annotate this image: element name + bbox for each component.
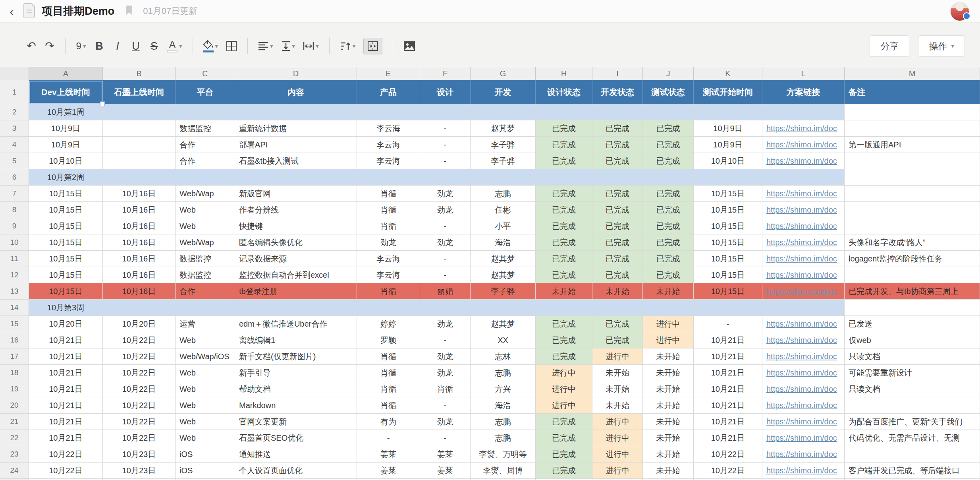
cell-s_dev[interactable]: 未开始 [592,283,643,300]
cell-dev[interactable]: 10月15日 [29,186,103,202]
cell-pm[interactable]: 李云海 [357,120,420,137]
cell-platform[interactable]: Web [176,218,235,234]
cell-shimo[interactable]: 10月22日 [103,348,176,365]
cell-remark[interactable]: 代码优化、无需产品设计、无测 [845,430,980,446]
cell-owner[interactable]: 小平 [471,218,536,234]
cell-design[interactable]: 劲龙 [420,414,471,430]
cell[interactable] [845,169,980,186]
cell-s_dev[interactable]: 未开始 [592,365,643,381]
cell[interactable] [694,300,762,316]
cell-s_dev[interactable]: 已完成 [592,234,643,251]
header-cell[interactable]: 石墨上线时间 [103,80,176,104]
cell-owner[interactable]: 志林 [471,348,536,365]
cell-link[interactable]: https://shimo.im/doc [762,446,845,463]
redo-button[interactable]: ↷ [44,41,55,52]
cell-s_dev[interactable]: 已完成 [592,202,643,218]
cell-owner[interactable]: 李子骅 [471,137,536,153]
cell-dev[interactable]: 10月22日 [29,463,103,479]
row-number[interactable]: 16 [0,332,29,348]
cell[interactable] [762,169,845,186]
cell-remark[interactable] [845,153,980,169]
cell-week-label[interactable]: 10月第3周 [29,300,103,316]
cell-link[interactable]: https://shimo.im/doc [762,153,845,169]
cell-content[interactable]: Markdown [235,397,357,414]
row-number[interactable]: 18 [0,365,29,381]
cell-s_test[interactable]: 已完成 [643,267,694,283]
cell-s_design[interactable]: 已完成 [536,120,592,137]
cell-remark[interactable]: 已发送 [845,316,980,332]
cell-s_test[interactable]: 未开始 [643,397,694,414]
cell[interactable] [643,169,694,186]
cell-content[interactable]: 官网文案更新 [235,414,357,430]
doc-link[interactable]: https://shimo.im/doc [766,189,837,198]
cell[interactable] [420,169,471,186]
row-number[interactable]: 15 [0,316,29,332]
cell-dev[interactable]: 10月21日 [29,348,103,365]
cell-shimo[interactable]: 10月16日 [103,202,176,218]
cell-remark[interactable]: 仅web [845,332,980,348]
row-number[interactable]: 13 [0,283,29,300]
cell-week-label[interactable]: 10月第2周 [29,169,103,186]
cell-content[interactable]: 快捷键 [235,218,357,234]
doc-link[interactable]: https://shimo.im/doc [766,336,837,345]
cell-pm[interactable]: 肖循 [357,186,420,202]
cell-content[interactable]: 重新统计数据 [235,120,357,137]
cell-s_design[interactable]: 已完成 [536,186,592,202]
cell[interactable] [592,169,643,186]
cell-remark[interactable]: 客户端开发已完成、等后端接口 [845,463,980,479]
row-number[interactable]: 19 [0,381,29,397]
cell-dev[interactable]: 10月15日 [29,283,103,300]
cell-shimo[interactable]: 10月22日 [103,365,176,381]
cell-test_start[interactable]: 10月9日 [694,137,762,153]
row-number[interactable]: 22 [0,430,29,446]
horizontal-align-button[interactable]: ▾ [258,41,273,51]
cell-content[interactable]: edm＋微信推送Uber合作 [235,316,357,332]
header-cell[interactable]: 方案链接 [762,80,845,104]
cell-content[interactable]: 记录数据来源 [235,251,357,267]
cell-platform[interactable]: Web/Wap [176,234,235,251]
doc-link[interactable]: https://shimo.im/doc [766,271,837,279]
cell-link[interactable]: https://shimo.im/doc [762,283,845,300]
cell-owner[interactable]: 赵其梦 [471,316,536,332]
cell[interactable] [592,104,643,120]
row-number[interactable]: 14 [0,300,29,316]
cell-s_design[interactable]: 已完成 [536,430,592,446]
bookmark-icon[interactable] [125,5,133,17]
doc-link[interactable]: https://shimo.im/doc [766,319,837,328]
cell-s_test[interactable]: 未开始 [643,414,694,430]
cell-s_test[interactable]: 未开始 [643,381,694,397]
cell-s_design[interactable]: 进行中 [536,381,592,397]
cell-remark[interactable]: 只读文档 [845,381,980,397]
cell-design[interactable]: 肖循 [420,381,471,397]
cell-design[interactable]: - [420,332,471,348]
cell-design[interactable]: 劲龙 [420,186,471,202]
doc-link[interactable]: https://shimo.im/doc [766,205,837,214]
cell-design[interactable]: 劲龙 [420,365,471,381]
cell-platform[interactable]: 运营 [176,316,235,332]
cell-shimo[interactable] [103,120,176,137]
cell-test_start[interactable]: 10月21日 [694,381,762,397]
row-number[interactable]: 12 [0,267,29,283]
cell-platform[interactable]: 数据监控 [176,120,235,137]
cell-content[interactable]: 新手文档(仅更新图片) [235,348,357,365]
cell-owner[interactable]: 赵其梦 [471,267,536,283]
cell[interactable] [536,300,592,316]
italic-button[interactable]: I [112,41,123,52]
cell-content[interactable]: 匿名编辑头像优化 [235,234,357,251]
cell-s_test[interactable]: 已完成 [643,251,694,267]
cell-s_design[interactable]: 已完成 [536,414,592,430]
row-number[interactable]: 11 [0,251,29,267]
cell-test_start[interactable]: 10月15日 [694,186,762,202]
cell[interactable] [357,104,420,120]
cell-s_design[interactable]: 已完成 [536,251,592,267]
cell-s_design[interactable]: 已完成 [536,218,592,234]
cell-design[interactable]: - [420,251,471,267]
cell-s_design[interactable]: 已完成 [536,332,592,348]
cell-shimo[interactable]: 10月20日 [103,316,176,332]
cell-content[interactable]: 监控数据自动合并到excel [235,267,357,283]
column-header-I[interactable]: I [592,67,643,80]
cell-link[interactable]: https://shimo.im/doc [762,430,845,446]
cell[interactable] [235,300,357,316]
cell-remark[interactable] [845,446,980,463]
cell-shimo[interactable]: 10月16日 [103,218,176,234]
